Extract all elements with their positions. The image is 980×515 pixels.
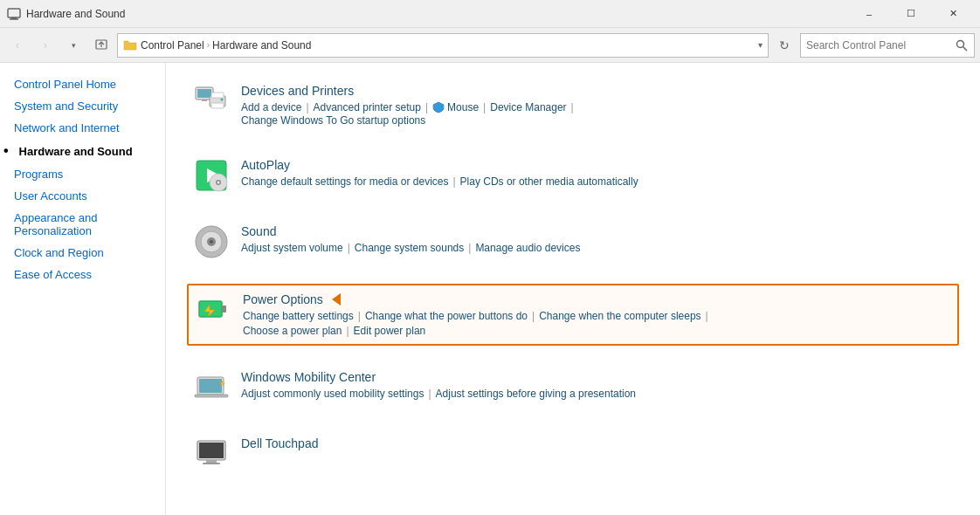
search-input[interactable] bbox=[801, 39, 949, 52]
advanced-printer-setup-link[interactable]: Advanced printer setup bbox=[314, 101, 421, 113]
play-cds-link[interactable]: Play CDs or other media automatically bbox=[460, 175, 638, 188]
sidebar-item-programs[interactable]: Programs bbox=[0, 163, 165, 185]
devices-printers-svg bbox=[194, 84, 229, 119]
svg-rect-33 bbox=[203, 463, 220, 464]
adjust-mobility-link[interactable]: Adjust commonly used mobility settings bbox=[241, 388, 424, 400]
folder-icon bbox=[123, 39, 137, 52]
sidebar-item-label: Programs bbox=[14, 168, 63, 181]
adjust-volume-link[interactable]: Adjust system volume bbox=[241, 242, 343, 254]
minimize-button[interactable]: – bbox=[849, 0, 889, 28]
search-button[interactable] bbox=[949, 34, 974, 57]
main-layout: Control Panel Home System and Security N… bbox=[0, 63, 980, 515]
section-autoplay: AutoPlay Change default settings for med… bbox=[187, 151, 959, 200]
mobility-links-row1: Adjust commonly used mobility settings |… bbox=[241, 388, 952, 400]
device-manager-link[interactable]: Device Manager bbox=[490, 101, 566, 113]
window-icon bbox=[7, 7, 21, 21]
refresh-button[interactable]: ↻ bbox=[772, 33, 797, 58]
devices-printers-icon bbox=[194, 84, 229, 119]
up-icon bbox=[95, 39, 107, 52]
mobility-title[interactable]: Windows Mobility Center bbox=[241, 370, 952, 384]
power-options-icon bbox=[196, 292, 231, 327]
address-path-dropdown[interactable]: ▾ bbox=[758, 40, 763, 50]
sidebar-item-label: System and Security bbox=[14, 100, 118, 113]
section-power-options: Power Options Change battery settings | … bbox=[187, 284, 959, 346]
power-svg bbox=[196, 292, 231, 327]
change-sleep-link[interactable]: Change when the computer sleeps bbox=[539, 310, 700, 322]
sidebar-item-label: Control Panel Home bbox=[14, 78, 116, 91]
close-button[interactable]: ✕ bbox=[933, 0, 973, 28]
choose-power-plan-link[interactable]: Choose a power plan bbox=[243, 325, 342, 337]
svg-line-6 bbox=[963, 46, 968, 51]
mouse-link[interactable]: Mouse bbox=[432, 101, 479, 113]
sidebar-item-label: Network and Internet bbox=[14, 121, 120, 134]
path-hardware-sound[interactable]: Hardware and Sound bbox=[212, 39, 311, 52]
autoplay-svg bbox=[194, 158, 229, 193]
touchpad-svg bbox=[194, 436, 229, 471]
window-title: Hardware and Sound bbox=[26, 8, 125, 20]
sidebar-item-label: Clock and Region bbox=[14, 246, 104, 259]
sound-title[interactable]: Sound bbox=[241, 224, 952, 238]
autoplay-icon bbox=[194, 158, 229, 193]
svg-point-22 bbox=[210, 240, 213, 244]
devices-printers-links-row1: Add a device | Advanced printer setup | … bbox=[241, 101, 952, 113]
change-default-settings-link[interactable]: Change default settings for media or dev… bbox=[241, 175, 448, 188]
touchpad-icon bbox=[194, 436, 229, 471]
dell-touchpad-title[interactable]: Dell Touchpad bbox=[241, 436, 952, 450]
address-path-text: Control Panel › Hardware and Sound bbox=[141, 39, 311, 52]
up-button[interactable] bbox=[89, 33, 114, 58]
section-devices-printers: Devices and Printers Add a device | Adva… bbox=[187, 77, 959, 134]
svg-rect-24 bbox=[222, 306, 226, 312]
devices-printers-links-row2: Change Windows To Go startup options bbox=[241, 113, 952, 127]
change-windows-go-link[interactable]: Change Windows To Go startup options bbox=[241, 114, 425, 127]
sidebar-item-user-accounts[interactable]: User Accounts bbox=[0, 185, 165, 207]
svg-rect-0 bbox=[8, 9, 20, 17]
search-icon bbox=[956, 39, 968, 52]
mobility-icon bbox=[194, 370, 229, 405]
svg-rect-9 bbox=[202, 100, 207, 101]
section-dell-touchpad: Dell Touchpad bbox=[187, 429, 959, 478]
dropdown-button[interactable]: ▾ bbox=[61, 33, 86, 58]
sidebar-item-label: Appearance andPersonalization bbox=[14, 211, 97, 237]
devices-printers-body: Devices and Printers Add a device | Adva… bbox=[241, 84, 952, 127]
path-control-panel[interactable]: Control Panel bbox=[141, 39, 204, 52]
title-bar: Hardware and Sound – ☐ ✕ bbox=[0, 0, 980, 28]
title-bar-controls: – ☐ ✕ bbox=[849, 0, 973, 28]
change-sounds-link[interactable]: Change system sounds bbox=[355, 242, 464, 254]
power-options-arrow bbox=[332, 293, 341, 306]
maximize-button[interactable]: ☐ bbox=[891, 0, 931, 28]
change-battery-link[interactable]: Change battery settings bbox=[243, 310, 354, 322]
edit-power-plan-link[interactable]: Edit power plan bbox=[354, 325, 426, 337]
presentation-settings-link[interactable]: Adjust settings before giving a presenta… bbox=[436, 388, 636, 400]
autoplay-links-row1: Change default settings for media or dev… bbox=[241, 175, 952, 188]
power-options-title[interactable]: Power Options bbox=[243, 292, 950, 306]
power-options-links-row2: Choose a power plan | Edit power plan bbox=[243, 325, 950, 337]
sidebar-item-hardware-sound[interactable]: Hardware and Sound bbox=[0, 139, 165, 163]
sidebar-item-label: Ease of Access bbox=[14, 268, 92, 281]
sidebar-item-control-panel-home[interactable]: Control Panel Home bbox=[0, 73, 165, 95]
manage-audio-link[interactable]: Manage audio devices bbox=[475, 242, 580, 254]
sidebar-item-label: Hardware and Sound bbox=[19, 145, 133, 158]
sidebar-item-clock-region[interactable]: Clock and Region bbox=[0, 242, 165, 264]
svg-rect-32 bbox=[206, 460, 217, 463]
sidebar-item-network-internet[interactable]: Network and Internet bbox=[0, 117, 165, 139]
svg-rect-27 bbox=[199, 379, 222, 393]
power-options-links-row1: Change battery settings | Change what th… bbox=[243, 310, 950, 322]
section-mobility-center: Windows Mobility Center Adjust commonly … bbox=[187, 363, 959, 412]
path-chevron-1: › bbox=[207, 40, 210, 50]
add-device-link[interactable]: Add a device bbox=[241, 101, 301, 113]
svg-rect-11 bbox=[211, 93, 224, 98]
sidebar-item-ease-access[interactable]: Ease of Access bbox=[0, 264, 165, 285]
sidebar-item-appearance[interactable]: Appearance andPersonalization bbox=[0, 207, 165, 242]
forward-button[interactable]: › bbox=[33, 33, 58, 58]
change-power-buttons-link[interactable]: Change what the power buttons do bbox=[365, 310, 528, 322]
address-path[interactable]: Control Panel › Hardware and Sound ▾ bbox=[117, 33, 769, 58]
svg-rect-28 bbox=[195, 395, 228, 397]
sound-svg bbox=[194, 224, 229, 259]
shield-icon bbox=[432, 101, 445, 113]
back-button[interactable]: ‹ bbox=[5, 33, 30, 58]
power-options-body: Power Options Change battery settings | … bbox=[243, 292, 950, 337]
devices-printers-title[interactable]: Devices and Printers bbox=[241, 84, 952, 98]
sidebar-item-system-security[interactable]: System and Security bbox=[0, 95, 165, 117]
svg-rect-12 bbox=[211, 103, 224, 108]
autoplay-title[interactable]: AutoPlay bbox=[241, 158, 952, 172]
